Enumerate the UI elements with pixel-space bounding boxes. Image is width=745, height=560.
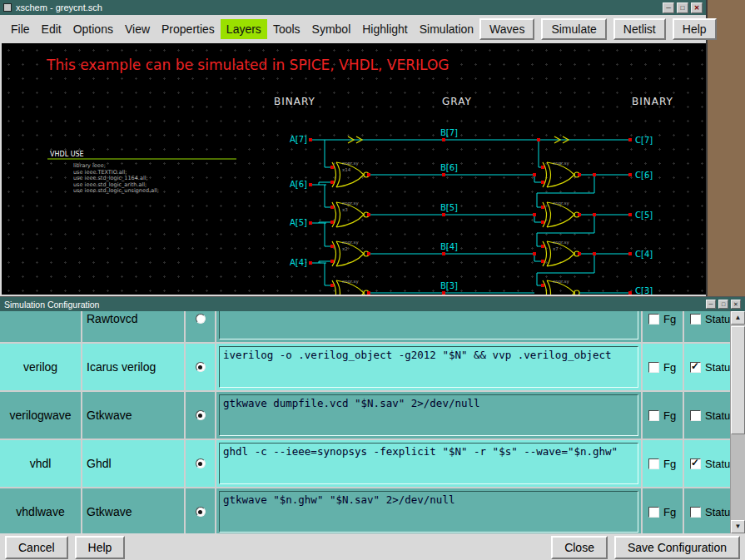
help-button-dialog[interactable]: Help (75, 536, 126, 559)
dialog-minimize-icon[interactable]: ─ (706, 300, 716, 309)
help-button[interactable]: Help (673, 18, 717, 40)
close-button-dialog[interactable]: Close (551, 536, 608, 559)
pin-label-c7: C[7] (635, 136, 653, 145)
dialog-close-icon[interactable]: ✕ (731, 300, 741, 309)
status-checkbox[interactable]: ✓ (690, 314, 701, 325)
tool-label: Gtkwave (82, 392, 184, 439)
desktop: { "icons": { "minimize": "─", "maximize"… (0, 0, 745, 560)
netlist-button[interactable]: Netlist (613, 18, 666, 40)
default-tool-radio[interactable] (196, 458, 206, 468)
fg-checkbox[interactable]: ✓ (648, 507, 659, 518)
simconf-row-verilogwave: verilogwave Gtkwave gtkwave dumpfile.vcd… (0, 392, 730, 439)
simconf-row-vhdl: vhdl Ghdl ghdl -c --ieee=synopsys -fexpl… (0, 440, 730, 487)
dialog-footer: Cancel Help Close Save Configuration (0, 533, 745, 560)
pin-label-a6: A[6] (290, 180, 307, 189)
command-input[interactable]: gtkwave dumpfile.vcd "$N.sav" 2>/dev/nul… (219, 394, 638, 436)
tool-label: Icarus verilog (82, 344, 184, 390)
pin-label-b4: B[4] (440, 242, 458, 251)
default-tool-radio[interactable] (196, 410, 206, 420)
scroll-up-icon[interactable]: ▲ (731, 311, 745, 325)
fg-label: Fg (663, 506, 676, 518)
tool-label: Rawtovcd (82, 311, 184, 342)
command-input[interactable]: iverilog -o .verilog_object -g2012 "$N" … (219, 346, 638, 388)
svg-text:x2: x2 (342, 246, 348, 251)
status-checkbox[interactable]: ✓ (690, 362, 701, 373)
fg-checkbox[interactable]: ✓ (648, 458, 659, 469)
status-checkbox[interactable]: ✓ (690, 410, 701, 421)
save-configuration-button[interactable]: Save Configuration (614, 536, 740, 559)
svg-text:xnor.sy: xnor.sy (342, 240, 359, 245)
command-input[interactable]: ghdl -c --ieee=synopsys -fexplicit "$N" … (219, 443, 638, 484)
status-label: Status (705, 313, 730, 325)
window-titlebar[interactable]: xschem - greycnt.sch ─ □ ✕ (0, 0, 706, 15)
scrollbar-thumb[interactable] (731, 326, 745, 434)
menu-layers[interactable]: Layers (221, 19, 267, 39)
menu-properties[interactable]: Properties (156, 19, 221, 39)
close-icon[interactable]: ✕ (691, 2, 703, 13)
header-gray: GRAY (442, 96, 472, 107)
command-input[interactable]: gtkwave "$n.ghw" "$N.sav" 2>/dev/null (219, 491, 638, 533)
menu-tools[interactable]: Tools (267, 19, 306, 39)
schematic: This example can be simulated in SPICE, … (2, 43, 706, 295)
simulation-config-dialog: Simulation Configuration ─ □ ✕ Rawtovcd … (0, 296, 745, 560)
menu-view[interactable]: View (119, 19, 156, 39)
waves-button[interactable]: Waves (479, 18, 534, 40)
fg-label: Fg (663, 361, 676, 374)
pin-label-c5: C[5] (635, 211, 653, 220)
pin-label-c6: C[6] (635, 171, 653, 180)
xnor-gates-left (332, 162, 369, 295)
banner-text: This example can be simulated in SPICE, … (46, 57, 449, 73)
menu-file[interactable]: File (5, 19, 36, 39)
menu-highlight[interactable]: Highlight (356, 19, 413, 39)
svg-text:xnor.sy: xnor.sy (553, 240, 569, 245)
svg-text:xnor.sy: xnor.sy (342, 279, 359, 285)
pin-label-a5: A[5] (290, 218, 307, 227)
status-label: Status (705, 506, 730, 518)
tool-label: Ghdl (82, 440, 184, 487)
svg-text:xnor.sy: xnor.sy (553, 201, 569, 206)
default-tool-radio[interactable] (196, 507, 206, 517)
pin-label-b7: B[7] (440, 128, 458, 137)
status-checkbox[interactable]: ✓ (690, 458, 701, 469)
fg-label: Fg (663, 458, 676, 470)
menubar: File Edit Options View Properties Layers… (0, 15, 706, 43)
menu-symbol[interactable]: Symbol (306, 19, 357, 39)
status-checkbox[interactable]: ✓ (690, 507, 701, 518)
fg-checkbox[interactable]: ✓ (648, 362, 659, 373)
header-binary-left: BINARY (274, 96, 315, 107)
schematic-canvas[interactable]: This example can be simulated in SPICE, … (2, 43, 706, 295)
status-label: Status (705, 361, 730, 374)
svg-text:xnor.sy: xnor.sy (342, 201, 359, 206)
pin-label-a4: A[4] (290, 258, 307, 267)
pin-label-b3: B[3] (440, 281, 458, 290)
svg-text:xnor.sy: xnor.sy (553, 161, 569, 166)
fg-label: Fg (663, 409, 676, 422)
simulate-button[interactable]: Simulate (541, 18, 606, 40)
cancel-button[interactable]: Cancel (5, 536, 68, 559)
pin-label-b5: B[5] (440, 203, 458, 212)
simconf-table: Rawtovcd ✓Fg ✓Status verilog Icarus veri… (0, 311, 730, 533)
pin-label-c3: C[3] (635, 286, 653, 295)
tool-group-name: verilogwave (0, 392, 81, 439)
menu-simulation[interactable]: Simulation (414, 19, 479, 39)
svg-text:x14: x14 (342, 167, 351, 172)
command-input[interactable] (219, 311, 638, 339)
tool-group-name (0, 311, 81, 342)
tool-group-name: vhdl (0, 440, 81, 487)
dialog-maximize-icon[interactable]: □ (718, 300, 728, 309)
scrollbar[interactable]: ▲ ▼ (730, 311, 745, 533)
menu-edit[interactable]: Edit (36, 19, 67, 39)
default-tool-radio[interactable] (196, 314, 206, 324)
dialog-titlebar[interactable]: Simulation Configuration ─ □ ✕ (0, 297, 745, 311)
svg-text:xnor.sy: xnor.sy (342, 161, 359, 166)
header-binary-right: BINARY (632, 96, 673, 107)
menu-options[interactable]: Options (67, 19, 119, 39)
minimize-icon[interactable]: ─ (663, 2, 674, 13)
fg-checkbox[interactable]: ✓ (648, 314, 659, 325)
fg-checkbox[interactable]: ✓ (648, 410, 659, 421)
simconf-row-vhdlwave: vhdlwave Gtkwave gtkwave "$n.ghw" "$N.sa… (0, 488, 730, 533)
default-tool-radio[interactable] (196, 362, 206, 372)
maximize-icon[interactable]: □ (677, 2, 688, 13)
fg-label: Fg (663, 313, 676, 325)
scroll-down-icon[interactable]: ▼ (731, 520, 745, 533)
